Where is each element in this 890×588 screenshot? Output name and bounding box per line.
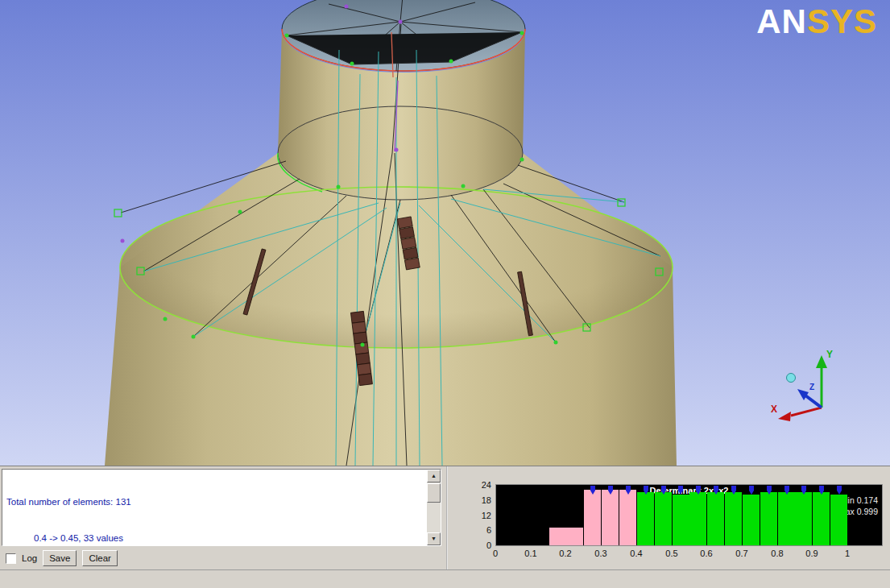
x-tick-label: 0.6 — [694, 549, 718, 558]
histogram-bar — [830, 495, 847, 545]
triad-x-label: X — [771, 404, 777, 415]
triad-z-label: Z — [809, 383, 814, 391]
histogram-bar — [602, 490, 619, 545]
x-tick-label: 0.7 — [730, 549, 754, 558]
histogram: Determinant 2x2x2 Min 0.174 Max 0.999 24… — [0, 466, 890, 569]
x-tick-label: 0.5 — [660, 549, 684, 558]
histogram-plot: Determinant 2x2x2 Min 0.174 Max 0.999 — [495, 484, 883, 546]
histogram-bar — [707, 492, 724, 545]
x-tick-label: 0 — [483, 549, 507, 558]
histogram-bar — [566, 528, 583, 545]
histogram-bar — [637, 492, 654, 545]
histogram-bar — [760, 492, 777, 545]
x-tick-label: 1 — [835, 549, 859, 558]
y-tick-label: 12 — [470, 511, 491, 520]
histogram-bar — [689, 492, 706, 545]
triad-y-label: Y — [826, 349, 833, 360]
y-tick-label: 6 — [470, 525, 491, 535]
histogram-bar — [778, 492, 795, 545]
histogram-bar — [655, 492, 672, 545]
model-scene: Y X Z — [0, 0, 890, 466]
y-tick-label: 24 — [470, 480, 491, 490]
histogram-bar — [813, 492, 830, 545]
histogram-bar — [549, 528, 566, 545]
x-tick-label: 0.2 — [553, 549, 577, 558]
ansys-logo: ANSYS — [756, 5, 877, 39]
x-tick-label: 0.8 — [765, 549, 789, 558]
x-tick-label: 0.3 — [589, 549, 613, 558]
3d-viewport[interactable]: Y X Z ANSYS — [0, 0, 890, 466]
histogram-bar — [743, 495, 760, 545]
status-strip: 74% ↑ 0.3K/s ↓ 1K/s — [0, 569, 890, 588]
histogram-bar — [673, 495, 689, 545]
x-tick-label: 0.4 — [624, 549, 648, 558]
x-tick-label: 0.9 — [800, 549, 824, 558]
y-tick-label: 18 — [470, 495, 491, 505]
histogram-bar — [795, 492, 812, 545]
histogram-bar — [619, 490, 636, 545]
histogram-bar — [725, 492, 742, 545]
triad-origin-sphere — [787, 374, 796, 383]
bottom-panel: Total number of elements: 131 0.4 -> 0.4… — [0, 466, 890, 569]
ansys-logo-an: AN — [756, 2, 807, 40]
histogram-bar — [584, 490, 601, 545]
ansys-logo-sys: SYS — [807, 2, 877, 40]
x-tick-label: 0.1 — [519, 549, 543, 558]
